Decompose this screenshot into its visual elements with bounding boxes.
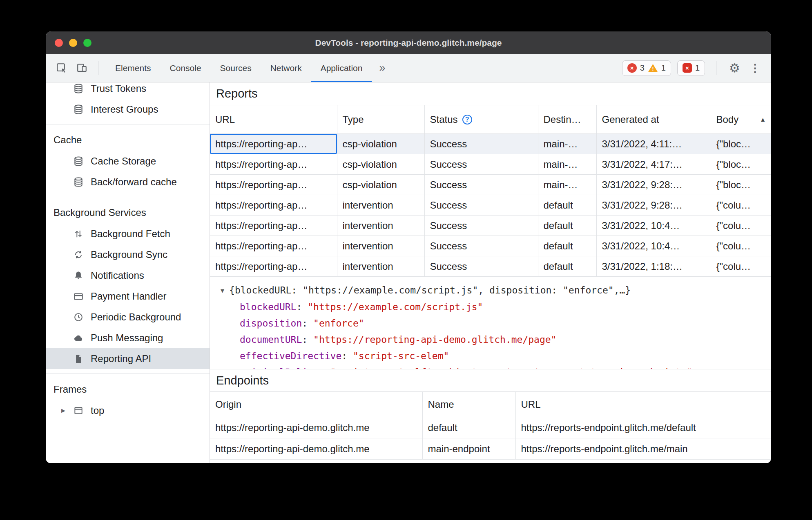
cell-url[interactable]: https://reporting-ap… bbox=[210, 175, 337, 195]
report-row[interactable]: https://reporting-ap… csp-violation Succ… bbox=[210, 134, 771, 154]
cell-status[interactable]: Success bbox=[424, 134, 538, 154]
sidebar-item-top-frame[interactable]: ▶ top bbox=[46, 400, 210, 421]
cell-generated-at[interactable]: 3/31/2022, 1:18:… bbox=[596, 256, 711, 277]
report-row[interactable]: https://reporting-ap… intervention Succe… bbox=[210, 236, 771, 256]
column-header-generated-at[interactable]: Generated at bbox=[596, 105, 711, 134]
cell-generated-at[interactable]: 3/31/2022, 4:11:… bbox=[596, 134, 711, 154]
fetch-arrows-icon bbox=[73, 228, 84, 239]
endpoint-row[interactable]: https://reporting-api-demo.glitch.me def… bbox=[210, 417, 771, 438]
cell-status[interactable]: Success bbox=[424, 154, 538, 175]
sidebar-item-cache-storage[interactable]: Cache Storage bbox=[46, 151, 210, 171]
report-row[interactable]: https://reporting-ap… csp-violation Succ… bbox=[210, 154, 771, 175]
cell-url[interactable]: https://reporting-ap… bbox=[210, 256, 337, 277]
cell-body[interactable]: {"bloc… bbox=[711, 175, 771, 195]
cell-body[interactable]: {"colu… bbox=[711, 195, 771, 216]
tab-application[interactable]: Application bbox=[311, 54, 372, 82]
cell-body[interactable]: {"colu… bbox=[711, 256, 771, 277]
cell-body[interactable]: {"colu… bbox=[711, 236, 771, 256]
cell-endpoint-url[interactable]: https://reports-endpoint.glitch.me/defau… bbox=[515, 417, 771, 438]
report-row[interactable]: https://reporting-ap… intervention Succe… bbox=[210, 256, 771, 277]
cell-status[interactable]: Success bbox=[424, 195, 538, 216]
cell-generated-at[interactable]: 3/31/2022, 10:4… bbox=[596, 236, 711, 256]
cell-type[interactable]: csp-violation bbox=[337, 175, 424, 195]
database-icon bbox=[73, 176, 84, 187]
device-toolbar-icon[interactable] bbox=[73, 59, 91, 77]
cell-origin[interactable]: https://reporting-api-demo.glitch.me bbox=[210, 417, 422, 438]
cell-status[interactable]: Success bbox=[424, 236, 538, 256]
cell-type[interactable]: csp-violation bbox=[337, 134, 424, 154]
report-row[interactable]: https://reporting-ap… intervention Succe… bbox=[210, 195, 771, 216]
cell-body[interactable]: {"bloc… bbox=[711, 154, 771, 175]
cell-endpoint-url[interactable]: https://reports-endpoint.glitch.me/main bbox=[515, 438, 771, 460]
cell-status[interactable]: Success bbox=[424, 175, 538, 195]
sidebar-item-push-messaging[interactable]: Push Messaging bbox=[46, 327, 210, 348]
status-help-icon[interactable]: ? bbox=[462, 115, 472, 124]
cell-type[interactable]: intervention bbox=[337, 216, 424, 236]
cell-generated-at[interactable]: 3/31/2022, 9:28:… bbox=[596, 195, 711, 216]
inspect-element-icon[interactable] bbox=[52, 59, 70, 77]
expand-arrow-icon[interactable]: ▶ bbox=[61, 407, 69, 413]
cell-body[interactable]: {"bloc… bbox=[711, 134, 771, 154]
tab-sources[interactable]: Sources bbox=[211, 54, 261, 82]
cell-body[interactable]: {"colu… bbox=[711, 216, 771, 236]
column-header-url[interactable]: URL bbox=[210, 105, 337, 134]
object-property: effectiveDirective"script-src-elem" bbox=[210, 348, 771, 364]
cell-destination[interactable]: default bbox=[538, 256, 596, 277]
cell-url[interactable]: https://reporting-ap… bbox=[210, 216, 337, 236]
tab-elements[interactable]: Elements bbox=[106, 54, 161, 82]
endpoint-row[interactable]: https://reporting-api-demo.glitch.me mai… bbox=[210, 438, 771, 460]
console-errors-warnings-badge[interactable]: × 3 ! 1 bbox=[622, 60, 671, 76]
cell-status[interactable]: Success bbox=[424, 256, 538, 277]
sidebar-item-trust-tokens[interactable]: Trust Tokens bbox=[46, 82, 210, 99]
expanded-triangle-icon[interactable]: ▼ bbox=[221, 282, 224, 299]
report-row[interactable]: https://reporting-ap… intervention Succe… bbox=[210, 216, 771, 236]
sidebar-item-periodic-background-sync[interactable]: Periodic Background bbox=[46, 307, 210, 327]
cell-origin[interactable]: https://reporting-api-demo.glitch.me bbox=[210, 438, 422, 460]
report-row[interactable]: https://reporting-ap… csp-violation Succ… bbox=[210, 175, 771, 195]
column-header-type[interactable]: Type bbox=[337, 105, 424, 134]
sidebar-item-notifications[interactable]: Notifications bbox=[46, 265, 210, 286]
cell-type[interactable]: intervention bbox=[337, 195, 424, 216]
bell-icon bbox=[73, 270, 84, 281]
tab-console[interactable]: Console bbox=[161, 54, 211, 82]
cell-url[interactable]: https://reporting-ap… bbox=[210, 134, 337, 154]
cell-name[interactable]: default bbox=[422, 417, 515, 438]
cell-destination[interactable]: main-… bbox=[538, 154, 596, 175]
cell-url[interactable]: https://reporting-ap… bbox=[210, 236, 337, 256]
cell-type[interactable]: csp-violation bbox=[337, 154, 424, 175]
cell-destination[interactable]: default bbox=[538, 216, 596, 236]
cell-generated-at[interactable]: 3/31/2022, 4:17:… bbox=[596, 154, 711, 175]
cell-status[interactable]: Success bbox=[424, 216, 538, 236]
settings-gear-icon[interactable]: ⚙ bbox=[727, 61, 742, 75]
cell-generated-at[interactable]: 3/31/2022, 10:4… bbox=[596, 216, 711, 236]
reports-header-row: URL Type Status ? Destin… Generated at bbox=[210, 105, 771, 134]
column-header-name[interactable]: Name bbox=[422, 392, 515, 417]
cell-name[interactable]: main-endpoint bbox=[422, 438, 515, 460]
column-header-destination[interactable]: Destin… bbox=[538, 105, 596, 134]
cell-destination[interactable]: main-… bbox=[538, 134, 596, 154]
sidebar-item-interest-groups[interactable]: Interest Groups bbox=[46, 99, 210, 120]
column-header-origin[interactable]: Origin bbox=[210, 392, 422, 417]
issues-badge[interactable]: × 1 bbox=[677, 60, 705, 76]
cell-url[interactable]: https://reporting-ap… bbox=[210, 195, 337, 216]
sidebar-item-background-sync[interactable]: Background Sync bbox=[46, 244, 210, 265]
cell-type[interactable]: intervention bbox=[337, 256, 424, 277]
cell-url[interactable]: https://reporting-ap… bbox=[210, 154, 337, 175]
cell-type[interactable]: intervention bbox=[337, 236, 424, 256]
tab-network[interactable]: Network bbox=[261, 54, 311, 82]
column-header-status[interactable]: Status ? bbox=[424, 105, 538, 134]
more-tabs-chevron-icon[interactable]: » bbox=[372, 54, 393, 82]
kebab-menu-icon[interactable]: ⋮ bbox=[748, 62, 762, 75]
cell-generated-at[interactable]: 3/31/2022, 9:28:… bbox=[596, 175, 711, 195]
sidebar-item-reporting-api[interactable]: Reporting API bbox=[46, 348, 210, 369]
cell-destination[interactable]: default bbox=[538, 236, 596, 256]
sidebar-item-back-forward-cache[interactable]: Back/forward cache bbox=[46, 171, 210, 192]
column-header-endpoint-url[interactable]: URL bbox=[515, 392, 771, 417]
sidebar-item-label: Interest Groups bbox=[91, 104, 158, 115]
sidebar-item-background-fetch[interactable]: Background Fetch bbox=[46, 223, 210, 244]
sidebar-item-payment-handler[interactable]: Payment Handler bbox=[46, 286, 210, 307]
cell-destination[interactable]: main-… bbox=[538, 175, 596, 195]
column-header-body[interactable]: Body ▲ bbox=[711, 105, 771, 134]
sidebar-item-label: Payment Handler bbox=[91, 291, 166, 302]
cell-destination[interactable]: default bbox=[538, 195, 596, 216]
